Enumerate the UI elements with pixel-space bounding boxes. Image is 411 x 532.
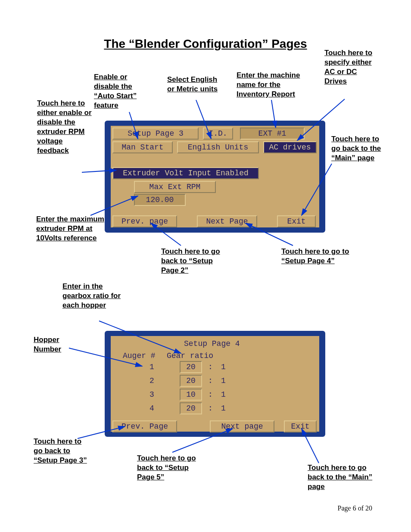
gear-ratio-header: Gear ratio [167, 352, 213, 360]
ann-go-setup4: Touch here to go to “Setup Page 4” [281, 247, 367, 266]
ann-max-rpm: Enter the maximum extruder RPM at 10Volt… [36, 215, 105, 243]
ann-rpm-volt: Touch here to either enable or disable t… [37, 99, 93, 156]
units-button[interactable]: English Units [177, 141, 259, 153]
auger-num-3: 3 [149, 390, 154, 399]
crt-area-2: Setup Page 4 Auger # Gear ratio 1 20 : 1… [111, 336, 319, 432]
crt-area-1: Setup Page 3 I.D. EXT #1 Man Start Engli… [111, 126, 319, 227]
ann-hopper: Hopper Number [34, 335, 72, 354]
gear-sep-3: : [208, 390, 213, 399]
gear-sep-2: : [208, 376, 213, 385]
ann-go-main-1: Touch here to go back to the “Main” page [331, 134, 383, 163]
gear-b-3: 1 [221, 390, 226, 399]
screen-setup-page-3: Setup Page 3 I.D. EXT #1 Man Start Engli… [105, 121, 325, 233]
ann-go-main-2: Touch here to go back to the “Main” page [308, 463, 385, 492]
auger-num-4: 4 [149, 404, 154, 413]
exit-button-1[interactable]: Exit [277, 215, 316, 227]
gear-b-2: 1 [221, 376, 226, 385]
screen-setup-page-4: Setup Page 4 Auger # Gear ratio 1 20 : 1… [105, 331, 325, 437]
gear-a-1[interactable]: 20 [180, 361, 202, 373]
page-footer: Page 6 of 20 [338, 504, 372, 512]
auger-num-2: 2 [149, 376, 154, 385]
machine-name-field[interactable]: EXT #1 [240, 128, 305, 140]
exit-button-2[interactable]: Exit [284, 420, 317, 432]
max-ext-rpm-field[interactable]: 120.00 [134, 194, 186, 206]
gear-sep-1: : [208, 363, 213, 371]
next-page-button-2[interactable]: Next page [210, 420, 274, 432]
gear-a-3[interactable]: 10 [180, 389, 202, 401]
max-ext-rpm-label: Max Ext RPM [134, 181, 216, 193]
ann-go-setup3: Touch here to go back to “Setup Page 3” [34, 437, 90, 465]
ann-gearbox: Enter in the gearbox ratio for each hopp… [62, 282, 123, 310]
setup-page-4-label: Setup Page 4 [184, 339, 240, 348]
id-label: I.D. [203, 128, 233, 140]
ann-ac-dc: Touch here to specify either AC or DC Dr… [324, 48, 380, 86]
auger-header: Auger # [123, 352, 156, 360]
ann-select-units: Select English or Metric units [167, 75, 219, 94]
ann-go-setup2: Touch here to go back to “Setup Page 2” [161, 247, 226, 275]
gear-sep-4: : [208, 404, 213, 413]
setup-page-label: Setup Page 3 [112, 128, 199, 140]
next-page-button-1[interactable]: Next Page [197, 215, 257, 227]
auger-num-1: 1 [149, 363, 154, 371]
prev-page-button-2[interactable]: Prev. Page [112, 420, 177, 432]
gear-b-4: 1 [221, 404, 226, 413]
drives-button[interactable]: AC drives [263, 141, 317, 153]
gear-b-1: 1 [221, 363, 226, 371]
man-start-button[interactable]: Man Start [112, 141, 173, 153]
volt-input-button[interactable]: Extruder Volt Input Enabled [112, 167, 259, 179]
gear-a-2[interactable]: 20 [180, 375, 202, 387]
ann-go-setup5: Touch here to go back to “Setup Page 5” [137, 454, 202, 482]
ann-enable-autostart: Enable or disable the “Auto Start” featu… [94, 72, 154, 110]
ann-machine-name: Enter the machine name for the Inventory… [237, 71, 314, 99]
gear-a-4[interactable]: 20 [180, 402, 202, 414]
prev-page-button-1[interactable]: Prev. page [112, 215, 177, 227]
